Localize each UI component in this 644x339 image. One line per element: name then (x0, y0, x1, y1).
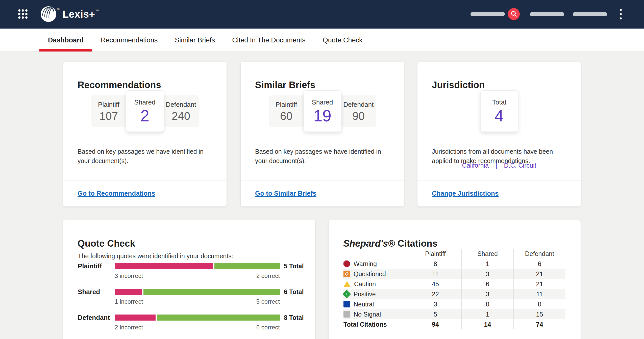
table-row-caution: Caution 45 6 21 (343, 279, 565, 289)
brand-logo[interactable]: ® Lexis+ ™ (40, 6, 99, 22)
defendant-stat-tile: Defendant 240 (163, 95, 199, 127)
app-launcher-button[interactable] (18, 9, 28, 19)
card-description: Based on key passages we have identified… (255, 147, 390, 166)
incorrect-bar (115, 315, 156, 321)
jurisdiction-card: Jurisdiction Total 4 Jurisdictions from … (417, 62, 581, 206)
card-footer: Go to Recommendations (63, 180, 227, 206)
stat-tiles: Total 4 (417, 90, 581, 132)
neutral-square-icon (343, 301, 350, 307)
quote-check-chart: Plaintiff 3 incorrect 2 correct 5 Total (78, 263, 315, 339)
card-title: Jurisdiction (432, 80, 485, 90)
no-signal-square-icon (343, 311, 350, 318)
column-header-shared: Shared (461, 249, 513, 259)
table-row-neutral: Neutral 3 0 0 (343, 299, 565, 309)
column-header-defendant: Defendant (513, 249, 565, 259)
warning-octagon-icon (343, 260, 350, 267)
tab-similar-briefs[interactable]: Similar Briefs (166, 29, 224, 51)
brand-name: Lexis+ (63, 6, 95, 22)
go-to-similar-briefs-link[interactable]: Go to Similar Briefs (255, 190, 316, 197)
table-row-warning: Warning 8 1 6 (343, 259, 565, 269)
lexisnexis-orb-icon (40, 6, 57, 22)
table-row-questioned: Q Questioned 11 3 21 (343, 269, 565, 279)
dashboard-content: Recommendations Plaintiff 107 Shared 2 D… (0, 52, 644, 339)
tab-recommendations[interactable]: Recommendations (92, 29, 166, 51)
positive-diamond-icon: + (342, 290, 351, 298)
shared-stat-tile: Shared 19 (304, 90, 341, 132)
stacked-bar: 2 incorrect 6 correct (115, 315, 280, 331)
nav-placeholder-pill (573, 12, 607, 16)
plaintiff-stat-tile: Plaintiff 60 (269, 95, 304, 127)
incorrect-bar (115, 289, 142, 295)
more-menu-button[interactable] (619, 8, 623, 20)
row-total: 5 Total (280, 263, 315, 279)
jurisdiction-links: California | D.C. Circuit (417, 162, 581, 169)
questioned-square-icon: Q (343, 271, 350, 277)
incorrect-caption: 3 incorrect (115, 272, 143, 279)
app-grid-icon (18, 9, 20, 12)
card-footer (63, 334, 315, 339)
incorrect-caption: 2 incorrect (115, 324, 143, 331)
jurisdiction-link-dc-circuit[interactable]: D.C. Circuit (504, 162, 536, 169)
card-title: Shepard's® Citations (343, 238, 437, 249)
tab-cited-in-the-documents[interactable]: Cited In The Documents (224, 29, 314, 51)
correct-caption: 5 correct (256, 298, 280, 305)
lexis-dashboard-screen: ® Lexis+ ™ Dashboard Recommendations Sim… (0, 0, 644, 339)
column-header-plaintiff: Plaintiff (409, 249, 461, 259)
stacked-bar: 1 incorrect 5 correct (115, 289, 280, 305)
table-row-total-citations: Total Citations 94 14 74 (343, 319, 565, 329)
nav-placeholder-pill (530, 12, 564, 16)
card-title: Recommendations (78, 80, 161, 90)
quote-check-card: Quote Check The following quotes were id… (63, 220, 315, 339)
correct-bar (143, 289, 280, 295)
similar-briefs-card: Similar Briefs Plaintiff 60 Shared 19 De… (241, 62, 404, 206)
table-row-no-signal: No Signal 5 1 15 (343, 309, 565, 319)
total-stat-tile: Total 4 (480, 90, 518, 132)
tab-quote-check[interactable]: Quote Check (314, 29, 371, 51)
incorrect-bar (115, 263, 213, 269)
incorrect-caption: 1 incorrect (115, 298, 143, 305)
navbar-right-group (470, 8, 644, 20)
recommendations-card: Recommendations Plaintiff 107 Shared 2 D… (63, 62, 227, 206)
trademark-mark: ™ (95, 9, 99, 13)
nav-placeholder-pill (470, 12, 505, 16)
card-footer: Change Jurisdictions (417, 180, 581, 206)
change-jurisdictions-link[interactable]: Change Jurisdictions (432, 190, 499, 197)
card-footer (329, 334, 581, 339)
card-description: Based on key passages we have identified… (78, 147, 213, 166)
card-title: Similar Briefs (255, 80, 315, 90)
correct-bar (157, 315, 280, 321)
go-to-recommendations-link[interactable]: Go to Recommendations (78, 190, 155, 197)
plaintiff-stat-tile: Plaintiff 107 (91, 95, 127, 127)
jurisdiction-link-california[interactable]: California (462, 162, 489, 169)
shepards-citations-card: Shepard's® Citations Plaintiff Shared De… (329, 220, 581, 339)
stacked-bar: 3 incorrect 2 correct (115, 263, 280, 279)
citations-table: Plaintiff Shared Defendant Warning 8 1 6… (343, 249, 565, 329)
stat-tiles: Plaintiff 107 Shared 2 Defendant 240 (63, 90, 227, 132)
tab-bar: Dashboard Recommendations Similar Briefs… (0, 29, 644, 52)
correct-caption: 6 correct (256, 324, 280, 331)
link-separator: | (496, 162, 497, 169)
correct-bar (214, 263, 280, 269)
tab-dashboard[interactable]: Dashboard (39, 29, 92, 51)
shepards-brand: Shepard's® (343, 238, 395, 249)
card-footer: Go to Similar Briefs (241, 180, 404, 206)
table-header-row: Plaintiff Shared Defendant (343, 249, 565, 259)
stat-tiles: Plaintiff 60 Shared 19 Defendant 90 (241, 90, 404, 132)
card-subtitle: The following quotes were identified in … (78, 252, 233, 260)
registered-mark: ® (57, 7, 60, 11)
row-total: 8 Total (280, 315, 315, 331)
card-title: Quote Check (78, 238, 135, 249)
search-button[interactable] (508, 8, 520, 20)
top-navbar: ® Lexis+ ™ (0, 0, 644, 29)
table-row-positive: + Positive 22 3 11 (343, 289, 565, 299)
search-icon (510, 10, 518, 18)
row-total: 6 Total (280, 289, 315, 305)
quote-row-defendant: Defendant 2 incorrect 6 correct 8 Total (78, 315, 315, 331)
shared-stat-tile: Shared 2 (126, 90, 164, 132)
defendant-stat-tile: Defendant 90 (341, 95, 376, 127)
quote-row-plaintiff: Plaintiff 3 incorrect 2 correct 5 Total (78, 263, 315, 279)
correct-caption: 2 correct (256, 272, 280, 279)
kebab-vertical-icon (620, 9, 622, 11)
quote-row-shared: Shared 1 incorrect 5 correct 6 Total (78, 289, 315, 305)
caution-triangle-icon (343, 281, 351, 287)
